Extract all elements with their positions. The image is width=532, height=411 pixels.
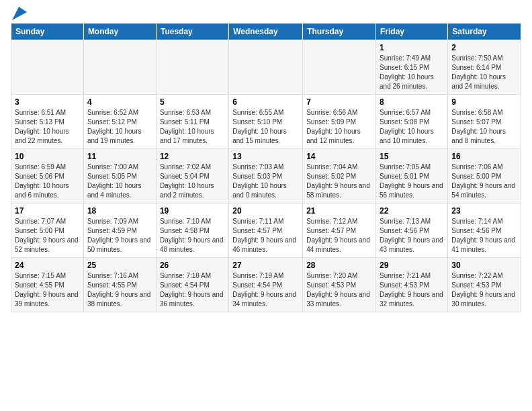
calendar-header-row: SundayMondayTuesdayWednesdayThursdayFrid… <box>11 24 521 40</box>
day-info: Sunrise: 6:53 AM Sunset: 5:11 PM Dayligh… <box>160 108 225 146</box>
day-info: Sunrise: 7:15 AM Sunset: 4:55 PM Dayligh… <box>15 271 80 309</box>
day-info: Sunrise: 7:04 AM Sunset: 5:02 PM Dayligh… <box>306 163 372 200</box>
day-number: 3 <box>15 97 80 107</box>
calendar-cell: 18Sunrise: 7:09 AM Sunset: 4:59 PM Dayli… <box>83 203 156 258</box>
header <box>11 11 521 20</box>
calendar-week-row: 3Sunrise: 6:51 AM Sunset: 5:13 PM Daylig… <box>11 95 521 149</box>
calendar-cell: 26Sunrise: 7:18 AM Sunset: 4:54 PM Dayli… <box>156 258 228 312</box>
day-info: Sunrise: 7:20 AM Sunset: 4:53 PM Dayligh… <box>306 271 372 309</box>
day-number: 25 <box>87 261 152 270</box>
column-header-saturday: Saturday <box>448 24 521 40</box>
calendar-cell: 13Sunrise: 7:03 AM Sunset: 5:03 PM Dayli… <box>229 149 303 203</box>
calendar-cell: 27Sunrise: 7:19 AM Sunset: 4:54 PM Dayli… <box>229 258 303 312</box>
day-info: Sunrise: 7:16 AM Sunset: 4:55 PM Dayligh… <box>87 271 152 309</box>
day-info: Sunrise: 7:02 AM Sunset: 5:04 PM Dayligh… <box>160 163 225 200</box>
column-header-friday: Friday <box>376 24 448 40</box>
calendar-cell: 21Sunrise: 7:12 AM Sunset: 4:57 PM Dayli… <box>303 203 376 258</box>
calendar-cell: 14Sunrise: 7:04 AM Sunset: 5:02 PM Dayli… <box>303 149 376 203</box>
day-info: Sunrise: 7:10 AM Sunset: 4:58 PM Dayligh… <box>160 217 225 255</box>
day-info: Sunrise: 7:00 AM Sunset: 5:05 PM Dayligh… <box>87 163 152 200</box>
calendar-cell <box>156 40 228 95</box>
day-number: 17 <box>15 206 80 216</box>
day-number: 14 <box>306 152 372 161</box>
day-number: 10 <box>15 152 80 161</box>
calendar-cell <box>83 40 156 95</box>
calendar-cell: 17Sunrise: 7:07 AM Sunset: 5:00 PM Dayli… <box>11 203 84 258</box>
day-info: Sunrise: 7:50 AM Sunset: 6:14 PM Dayligh… <box>451 54 517 91</box>
day-info: Sunrise: 7:03 AM Sunset: 5:03 PM Dayligh… <box>232 163 299 200</box>
calendar-cell: 12Sunrise: 7:02 AM Sunset: 5:04 PM Dayli… <box>156 149 228 203</box>
day-info: Sunrise: 7:05 AM Sunset: 5:01 PM Dayligh… <box>380 163 444 200</box>
calendar-cell: 20Sunrise: 7:11 AM Sunset: 4:57 PM Dayli… <box>229 203 303 258</box>
logo-bird-icon <box>12 7 27 20</box>
day-info: Sunrise: 7:14 AM Sunset: 4:56 PM Dayligh… <box>451 217 517 255</box>
day-number: 19 <box>160 206 225 216</box>
day-number: 4 <box>87 97 152 107</box>
day-number: 20 <box>232 206 299 216</box>
day-number: 13 <box>232 152 299 161</box>
day-number: 6 <box>232 97 299 107</box>
day-info: Sunrise: 6:56 AM Sunset: 5:09 PM Dayligh… <box>306 108 372 146</box>
calendar-cell: 19Sunrise: 7:10 AM Sunset: 4:58 PM Dayli… <box>156 203 228 258</box>
calendar-cell <box>303 40 376 95</box>
day-number: 11 <box>87 152 152 161</box>
day-number: 29 <box>380 261 444 270</box>
day-number: 9 <box>451 97 517 107</box>
calendar-cell: 22Sunrise: 7:13 AM Sunset: 4:56 PM Dayli… <box>376 203 448 258</box>
day-number: 26 <box>160 261 225 270</box>
day-number: 15 <box>380 152 444 161</box>
day-info: Sunrise: 7:21 AM Sunset: 4:53 PM Dayligh… <box>380 271 444 309</box>
calendar-cell: 3Sunrise: 6:51 AM Sunset: 5:13 PM Daylig… <box>11 95 84 149</box>
day-info: Sunrise: 7:12 AM Sunset: 4:57 PM Dayligh… <box>306 217 372 255</box>
day-info: Sunrise: 7:09 AM Sunset: 4:59 PM Dayligh… <box>87 217 152 255</box>
day-number: 12 <box>160 152 225 161</box>
calendar-week-row: 1Sunrise: 7:49 AM Sunset: 6:15 PM Daylig… <box>11 40 521 95</box>
calendar-cell: 7Sunrise: 6:56 AM Sunset: 5:09 PM Daylig… <box>303 95 376 149</box>
calendar-table: SundayMondayTuesdayWednesdayThursdayFrid… <box>11 23 521 312</box>
calendar-cell: 24Sunrise: 7:15 AM Sunset: 4:55 PM Dayli… <box>11 258 84 312</box>
calendar-cell: 25Sunrise: 7:16 AM Sunset: 4:55 PM Dayli… <box>83 258 156 312</box>
day-info: Sunrise: 6:55 AM Sunset: 5:10 PM Dayligh… <box>232 108 299 146</box>
day-number: 24 <box>15 261 80 270</box>
column-header-thursday: Thursday <box>303 24 376 40</box>
column-header-monday: Monday <box>83 24 156 40</box>
day-info: Sunrise: 6:52 AM Sunset: 5:12 PM Dayligh… <box>87 108 152 146</box>
calendar-cell <box>11 40 84 95</box>
calendar-cell: 11Sunrise: 7:00 AM Sunset: 5:05 PM Dayli… <box>83 149 156 203</box>
calendar-cell: 1Sunrise: 7:49 AM Sunset: 6:15 PM Daylig… <box>376 40 448 95</box>
calendar-cell: 6Sunrise: 6:55 AM Sunset: 5:10 PM Daylig… <box>229 95 303 149</box>
day-number: 23 <box>451 206 517 216</box>
calendar-week-row: 10Sunrise: 6:59 AM Sunset: 5:06 PM Dayli… <box>11 149 521 203</box>
calendar-cell: 2Sunrise: 7:50 AM Sunset: 6:14 PM Daylig… <box>448 40 521 95</box>
calendar-cell: 4Sunrise: 6:52 AM Sunset: 5:12 PM Daylig… <box>83 95 156 149</box>
day-info: Sunrise: 6:59 AM Sunset: 5:06 PM Dayligh… <box>15 163 80 200</box>
day-number: 8 <box>380 97 444 107</box>
column-header-sunday: Sunday <box>11 24 84 40</box>
day-number: 21 <box>306 206 372 216</box>
day-info: Sunrise: 7:07 AM Sunset: 5:00 PM Dayligh… <box>15 217 80 255</box>
calendar-week-row: 24Sunrise: 7:15 AM Sunset: 4:55 PM Dayli… <box>11 258 521 312</box>
day-number: 7 <box>306 97 372 107</box>
calendar-cell: 10Sunrise: 6:59 AM Sunset: 5:06 PM Dayli… <box>11 149 84 203</box>
calendar-cell: 28Sunrise: 7:20 AM Sunset: 4:53 PM Dayli… <box>303 258 376 312</box>
day-number: 22 <box>380 206 444 216</box>
calendar-cell: 30Sunrise: 7:22 AM Sunset: 4:53 PM Dayli… <box>448 258 521 312</box>
calendar-cell: 23Sunrise: 7:14 AM Sunset: 4:56 PM Dayli… <box>448 203 521 258</box>
day-info: Sunrise: 7:49 AM Sunset: 6:15 PM Dayligh… <box>380 54 444 91</box>
day-info: Sunrise: 7:11 AM Sunset: 4:57 PM Dayligh… <box>232 217 299 255</box>
calendar-cell: 29Sunrise: 7:21 AM Sunset: 4:53 PM Dayli… <box>376 258 448 312</box>
column-header-wednesday: Wednesday <box>229 24 303 40</box>
day-info: Sunrise: 7:19 AM Sunset: 4:54 PM Dayligh… <box>232 271 299 309</box>
svg-marker-0 <box>12 7 27 20</box>
day-number: 1 <box>380 43 444 52</box>
calendar-cell: 16Sunrise: 7:06 AM Sunset: 5:00 PM Dayli… <box>448 149 521 203</box>
day-info: Sunrise: 7:18 AM Sunset: 4:54 PM Dayligh… <box>160 271 225 309</box>
day-number: 2 <box>451 43 517 52</box>
day-number: 27 <box>232 261 299 270</box>
logo <box>11 11 27 20</box>
day-number: 28 <box>306 261 372 270</box>
day-number: 18 <box>87 206 152 216</box>
day-number: 5 <box>160 97 225 107</box>
day-info: Sunrise: 6:58 AM Sunset: 5:07 PM Dayligh… <box>451 108 517 146</box>
calendar-cell: 8Sunrise: 6:57 AM Sunset: 5:08 PM Daylig… <box>376 95 448 149</box>
